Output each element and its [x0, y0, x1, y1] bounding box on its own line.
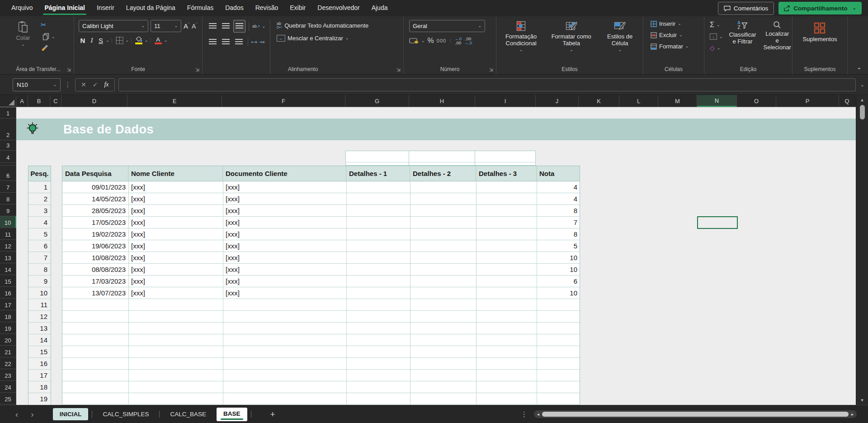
insert-function-icon[interactable]: fx [101, 81, 111, 88]
row-header-9[interactable]: 9 [0, 204, 16, 216]
col-header-a[interactable]: A [16, 95, 28, 107]
comments-button[interactable]: Comentários [718, 2, 774, 15]
menu-revisao[interactable]: Revisão [250, 0, 284, 16]
cell-date[interactable]: 10/08/2023 [62, 252, 126, 263]
cell-doc[interactable]: [xxx] [226, 193, 240, 204]
cell-date[interactable]: 19/06/2023 [62, 240, 126, 252]
row-header-22[interactable]: 22 [0, 357, 16, 369]
row-header-20[interactable]: 20 [0, 334, 16, 346]
detail-input-cell-2[interactable] [409, 151, 475, 165]
col-header-j[interactable]: J [536, 95, 579, 107]
row-header-17[interactable]: 17 [0, 299, 16, 310]
table-row[interactable]: 17/05/2023[xxx][xxx]7 [62, 217, 580, 228]
col-header-m[interactable]: M [658, 95, 697, 107]
align-top-icon[interactable] [207, 20, 218, 32]
row-header-3[interactable]: 3 [0, 140, 16, 151]
sheet-nav-right-icon[interactable]: › [24, 409, 40, 419]
cell-nota[interactable]: 6 [537, 276, 577, 287]
cell-nota[interactable]: 10 [537, 287, 577, 299]
accounting-format-icon[interactable] [409, 38, 419, 44]
row-header-18[interactable]: 18 [0, 310, 16, 322]
bold-icon[interactable]: N [79, 37, 87, 44]
cell-date[interactable]: 14/05/2023 [62, 193, 126, 204]
add-sheet-button[interactable]: + [264, 409, 282, 419]
col-header-g[interactable]: G [345, 95, 409, 107]
italic-icon[interactable]: I [88, 37, 96, 44]
insert-cells-button[interactable]: Inserir ⌄ [649, 19, 704, 28]
comma-style-icon[interactable]: 000 [437, 38, 446, 43]
row-header-8[interactable]: 8 [0, 193, 16, 204]
col-header-b[interactable]: B [28, 95, 50, 107]
table-data-area[interactable]: 09/01/2023[xxx][xxx]4 14/05/2023[xxx][xx… [62, 181, 580, 405]
detail-input-cell-3[interactable] [475, 151, 535, 165]
header-detalhes-1[interactable]: Detalhes - 1 [346, 166, 410, 181]
pesq-cell[interactable]: 1 [28, 181, 51, 193]
detail-input-cell-1[interactable] [346, 151, 409, 165]
col-header-e[interactable]: E [127, 95, 222, 107]
table-row[interactable]: 08/08/2023[xxx][xxx]10 [62, 264, 580, 276]
name-box-resizer[interactable]: ⋮ [65, 81, 71, 88]
row-header-1[interactable]: 1 [0, 107, 16, 119]
cell-name[interactable]: [xxx] [131, 217, 145, 228]
wrap-text-button[interactable]: abc↩ Quebrar Texto Automaticamente [275, 21, 370, 30]
scroll-right-icon[interactable]: ▸ [850, 412, 854, 417]
shrink-font-icon[interactable]: Aˇ [192, 22, 197, 30]
col-header-i[interactable]: I [475, 95, 536, 107]
cell-name[interactable]: [xxx] [131, 252, 145, 263]
cell-doc[interactable]: [xxx] [226, 205, 240, 216]
pesq-cell[interactable]: 17 [28, 370, 51, 381]
cell-date[interactable]: 28/05/2023 [62, 205, 126, 216]
pesq-cell[interactable]: 9 [28, 276, 51, 287]
align-center-icon[interactable] [220, 36, 231, 48]
chevron-down-icon[interactable]: ⌄ [164, 38, 168, 43]
row-header-16[interactable]: 16 [0, 287, 16, 299]
tab-bar-menu-icon[interactable]: ⋮ [521, 410, 528, 418]
cell-date[interactable]: 17/05/2023 [62, 217, 126, 228]
cell-date[interactable]: 09/01/2023 [62, 181, 126, 193]
row-header-23[interactable]: 23 [0, 369, 16, 381]
cell-date[interactable]: 13/07/2023 [62, 287, 126, 299]
col-header-k[interactable]: K [579, 95, 619, 107]
chevron-down-icon[interactable]: ⌄ [126, 38, 129, 43]
chevron-down-icon[interactable]: ⌄ [421, 39, 425, 43]
header-nota[interactable]: Nota [537, 166, 580, 181]
pesq-cell[interactable]: 15 [28, 346, 51, 358]
pesq-cell[interactable]: 18 [28, 381, 51, 393]
table-row[interactable]: 10/08/2023[xxx][xxx]10 [62, 252, 580, 264]
cell-name[interactable]: [xxx] [131, 181, 145, 193]
font-family-select[interactable]: Calibri Light⌄ [79, 20, 148, 32]
pesq-cell[interactable]: 6 [28, 240, 51, 252]
row-header-15[interactable]: 15 [0, 275, 16, 287]
cell-doc[interactable]: [xxx] [226, 240, 240, 252]
horizontal-scrollbar[interactable]: ◂ ▸ [534, 410, 857, 418]
dialog-launcher-icon[interactable]: ⇲ [396, 67, 401, 73]
number-format-select[interactable]: Geral⌄ [409, 20, 485, 32]
fill-button[interactable]: ↓ ⌄ [708, 33, 725, 41]
horizontal-scroll-thumb[interactable] [542, 412, 849, 417]
scroll-down-icon[interactable]: ▾ [856, 397, 868, 403]
col-header-f[interactable]: F [222, 95, 345, 107]
cell-doc[interactable]: [xxx] [226, 228, 240, 240]
cell-doc[interactable]: [xxx] [226, 264, 240, 275]
row-header-7[interactable]: 7 [0, 181, 16, 193]
row-header-21[interactable]: 21 [0, 346, 16, 357]
cell-doc[interactable]: [xxx] [226, 252, 240, 263]
table-row[interactable]: 19/02/2023[xxx][xxx]8 [62, 228, 580, 240]
cell-nota[interactable]: 4 [537, 181, 577, 193]
header-data-pesquisa[interactable]: Data Pesquisa [62, 166, 128, 181]
menu-layout[interactable]: Layout da Página [120, 0, 181, 16]
pesq-cell[interactable]: 7 [28, 252, 51, 264]
row-header-11[interactable]: 11 [0, 228, 16, 240]
pesq-cell[interactable]: 19 [28, 393, 51, 405]
menu-inserir[interactable]: Inserir [91, 0, 120, 16]
pesq-cell[interactable]: 10 [28, 287, 51, 299]
copy-button[interactable]: ⌄ [41, 32, 57, 41]
row-header-25[interactable]: 25 [0, 393, 16, 404]
tab-inicial[interactable]: INICIAL [53, 408, 89, 420]
cell-doc[interactable]: [xxx] [226, 181, 240, 193]
cell-date[interactable]: 17/03/2023 [62, 276, 126, 287]
col-header-d[interactable]: D [61, 95, 127, 107]
scroll-left-icon[interactable]: ◂ [536, 412, 540, 417]
pesq-cell[interactable]: 2 [28, 193, 51, 205]
header-detalhes-2[interactable]: Detalhes - 2 [410, 166, 476, 181]
